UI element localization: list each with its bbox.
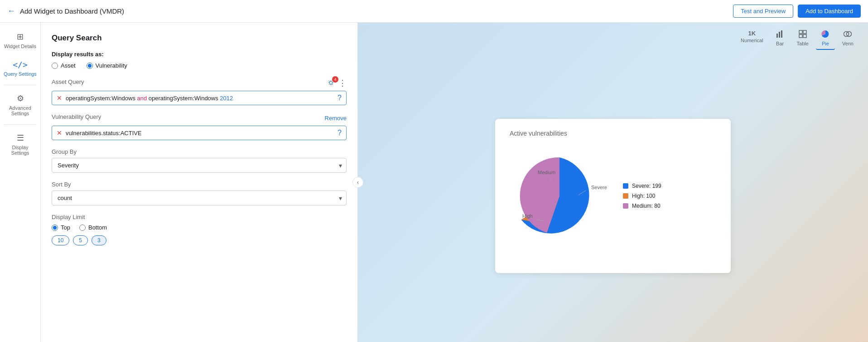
- legend-item-medium: Medium: 80: [623, 203, 661, 209]
- asset-query-part2: operatingSystem:Windows 2012: [147, 95, 233, 102]
- svg-rect-0: [776, 34, 778, 38]
- radio-asset-input[interactable]: [52, 63, 58, 69]
- back-arrow-icon[interactable]: ←: [7, 6, 15, 16]
- display-limit-radio-row: Top Bottom: [52, 224, 347, 231]
- vulnerability-query-text: vulnerabilities.status:ACTIVE: [66, 130, 334, 137]
- tab-pie[interactable]: Pie: [816, 27, 835, 50]
- panel-title: Query Search: [52, 34, 347, 43]
- pie-icon: [821, 30, 829, 40]
- chart-content: Severe High Medium Severe: 199: [510, 146, 716, 246]
- preview-panel: ‹ 1K Numerical Bar Table: [358, 23, 868, 342]
- query-settings-icon: </>: [13, 60, 28, 69]
- chart-tabs: 1K Numerical Bar Table: [358, 23, 868, 50]
- limit-5-button[interactable]: 5: [73, 235, 88, 245]
- pie-label-high: High: [522, 213, 533, 219]
- remove-link[interactable]: Remove: [325, 115, 347, 122]
- legend-dot-medium: [623, 203, 628, 209]
- tab-numerical[interactable]: 1K Numerical: [735, 27, 769, 50]
- radio-vulnerability[interactable]: Vulnerability: [87, 62, 127, 69]
- chart-preview-area: Active vulnerabilities: [358, 50, 868, 342]
- sidebar-item-label: Display Settings: [4, 145, 37, 156]
- tab-table[interactable]: Table: [791, 27, 814, 50]
- more-options-icon[interactable]: ⋮: [338, 78, 347, 88]
- asset-query-section: Asset Query ⛭ 4 ⋮ ✕ operatingSystem:Wind…: [52, 78, 347, 105]
- asset-query-clear-button[interactable]: ✕: [57, 94, 62, 102]
- radio-bottom[interactable]: Bottom: [79, 224, 107, 231]
- group-by-section: Group By Severity Type Category ▾: [52, 148, 347, 173]
- asset-query-text: operatingSystem:Windows and operatingSys…: [66, 95, 334, 102]
- filter-icon[interactable]: ⛭ 4: [328, 79, 335, 87]
- tab-bar[interactable]: Bar: [771, 27, 790, 50]
- asset-query-input-row: ✕ operatingSystem:Windows and operatingS…: [52, 91, 347, 105]
- sidebar-item-label: Widget Details: [4, 44, 36, 49]
- bar-icon: [776, 30, 784, 40]
- advanced-settings-icon: ⚙: [17, 93, 24, 103]
- tab-venn-label: Venn: [842, 41, 854, 46]
- legend-label-medium: Medium: 80: [632, 203, 661, 209]
- group-by-select-wrapper: Severity Type Category ▾: [52, 158, 347, 173]
- limit-options-row: 10 5 3: [52, 235, 347, 245]
- group-by-label: Group By: [52, 148, 347, 155]
- radio-top-input[interactable]: [52, 225, 58, 231]
- sidebar-item-advanced-settings[interactable]: ⚙ Advanced Settings: [0, 89, 40, 121]
- table-icon: [799, 30, 807, 40]
- display-limit-section: Display Limit Top Bottom 10 5 3: [52, 214, 347, 245]
- tab-venn[interactable]: Venn: [837, 27, 859, 50]
- radio-vulnerability-input[interactable]: [87, 63, 93, 69]
- radio-top-label: Top: [61, 224, 70, 231]
- page-title: Add Widget to Dashboard (VMDR): [20, 7, 124, 15]
- radio-asset[interactable]: Asset: [52, 62, 76, 69]
- tab-numerical-label: Numerical: [741, 38, 763, 43]
- tab-bar-label: Bar: [776, 41, 784, 46]
- add-to-dashboard-button[interactable]: Add to Dashboard: [798, 5, 861, 18]
- sidebar-item-query-settings[interactable]: </> Query Settings: [0, 55, 40, 81]
- vulnerability-query-header: Vulnerability Query Remove: [52, 113, 347, 123]
- test-preview-button[interactable]: Test and Preview: [733, 5, 793, 18]
- top-bar-left: ← Add Widget to Dashboard (VMDR): [7, 6, 124, 16]
- vulnerability-query-clear-button[interactable]: ✕: [57, 129, 62, 137]
- collapse-panel-button[interactable]: ‹: [352, 177, 363, 188]
- group-by-select[interactable]: Severity Type Category: [52, 158, 347, 173]
- top-bar: ← Add Widget to Dashboard (VMDR) Test an…: [0, 0, 868, 23]
- chart-card-title: Active vulnerabilities: [510, 130, 716, 137]
- legend-label-severe: Severe: 199: [632, 183, 661, 189]
- sidebar-item-widget-details[interactable]: ⊞ Widget Details: [0, 27, 40, 54]
- asset-query-part1: operatingSystem:Windows: [66, 95, 137, 102]
- display-limit-label: Display Limit: [52, 214, 347, 220]
- svg-rect-4: [803, 30, 806, 34]
- display-results-radio-group: Asset Vulnerability: [52, 62, 347, 69]
- vulnerability-query-input-row: ✕ vulnerabilities.status:ACTIVE ?: [52, 126, 347, 140]
- asset-query-header: Asset Query ⛭ 4 ⋮: [52, 78, 347, 88]
- asset-query-help-icon[interactable]: ?: [338, 94, 342, 102]
- sidebar-divider: [4, 85, 36, 85]
- main-layout: ⊞ Widget Details </> Query Settings ⚙ Ad…: [0, 23, 868, 342]
- vulnerability-query-help-icon[interactable]: ?: [338, 129, 342, 137]
- legend-item-severe: Severe: 199: [623, 183, 661, 189]
- pie-label-severe: Severe: [591, 185, 607, 190]
- legend-dot-severe: [623, 183, 628, 189]
- svg-rect-1: [779, 32, 780, 38]
- limit-3-button[interactable]: 3: [92, 235, 106, 245]
- svg-rect-6: [803, 34, 806, 38]
- widget-details-icon: ⊞: [17, 32, 24, 42]
- vulnerability-query-section: Vulnerability Query Remove ✕ vulnerabili…: [52, 113, 347, 140]
- content-panel: Query Search Display results as: Asset V…: [41, 23, 358, 342]
- svg-rect-2: [781, 30, 782, 38]
- display-settings-icon: ☰: [17, 133, 24, 143]
- radio-bottom-input[interactable]: [79, 225, 86, 231]
- filter-badge: 4: [332, 76, 338, 83]
- asset-query-icons: ⛭ 4 ⋮: [328, 78, 347, 88]
- venn-icon: [844, 30, 852, 40]
- radio-bottom-label: Bottom: [88, 224, 107, 231]
- sidebar-item-label: Query Settings: [4, 71, 37, 77]
- pie-label-medium: Medium: [538, 170, 555, 175]
- limit-10-button[interactable]: 10: [52, 235, 69, 245]
- sidebar-item-display-settings[interactable]: ☰ Display Settings: [0, 128, 40, 160]
- top-bar-actions: Test and Preview Add to Dashboard: [733, 5, 861, 18]
- pie-legend: Severe: 199 High: 100 Medium: 80: [623, 183, 661, 209]
- tab-table-label: Table: [797, 41, 809, 46]
- radio-top[interactable]: Top: [52, 224, 70, 231]
- sidebar: ⊞ Widget Details </> Query Settings ⚙ Ad…: [0, 23, 41, 342]
- sort-by-select[interactable]: count name severity: [52, 191, 347, 205]
- legend-item-high: High: 100: [623, 193, 661, 199]
